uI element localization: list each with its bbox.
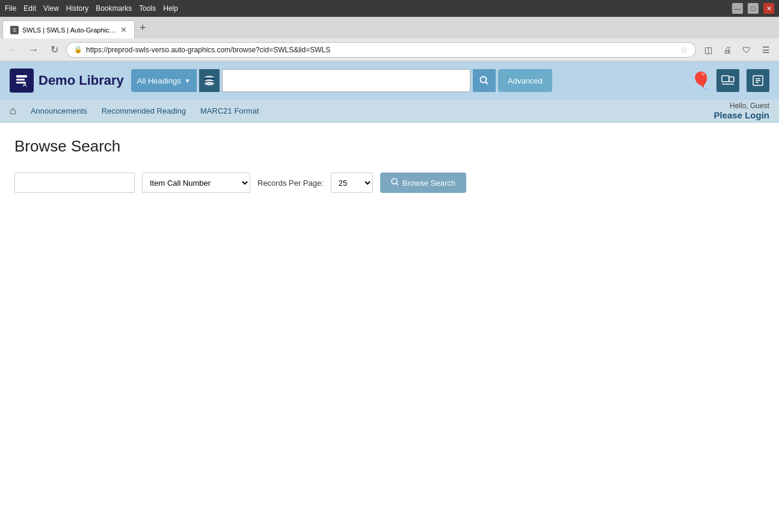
tab-close-icon[interactable]: ✕ bbox=[120, 25, 127, 34]
pocket-icon[interactable]: ◫ bbox=[700, 41, 716, 58]
menu-history[interactable]: History bbox=[66, 4, 88, 13]
page-title: Browse Search bbox=[14, 137, 765, 156]
lock-icon: 🔒 bbox=[74, 46, 82, 54]
records-per-page-label: Records Per Page: bbox=[257, 179, 324, 188]
recommended-reading-link[interactable]: Recommended Reading bbox=[94, 106, 193, 115]
svg-rect-1 bbox=[16, 79, 25, 81]
minimize-button[interactable]: — bbox=[732, 3, 743, 14]
svg-rect-11 bbox=[722, 76, 729, 82]
search-button[interactable] bbox=[473, 69, 496, 92]
menu-edit[interactable]: Edit bbox=[23, 4, 36, 13]
tab-bar: S SWLS | SWLS | Auto-Graphics In... ✕ + bbox=[0, 17, 779, 38]
logo-area: A Demo Library bbox=[10, 69, 124, 93]
browse-search-icon bbox=[391, 178, 399, 188]
header-icons: 🎈 bbox=[691, 69, 769, 92]
window-controls: — □ ✕ bbox=[732, 3, 774, 14]
svg-rect-0 bbox=[16, 75, 27, 78]
address-bar: ← → ↻ 🔒 https://preprod-swls-verso.auto-… bbox=[0, 38, 779, 61]
close-button[interactable]: ✕ bbox=[763, 3, 774, 14]
marc21-link[interactable]: MARC21 Format bbox=[193, 106, 266, 115]
tab-favicon: S bbox=[10, 26, 19, 34]
browser-actions: ◫ 🖨 🛡 ☰ bbox=[700, 41, 774, 58]
print-icon[interactable]: 🖨 bbox=[719, 41, 736, 58]
maximize-button[interactable]: □ bbox=[748, 3, 759, 14]
menu-help[interactable]: Help bbox=[163, 4, 178, 13]
menu-view[interactable]: View bbox=[43, 4, 59, 13]
extension-icon[interactable]: 🛡 bbox=[738, 41, 755, 58]
browse-search-label: Browse Search bbox=[402, 179, 455, 188]
home-icon[interactable]: ⌂ bbox=[10, 105, 16, 117]
please-login-link[interactable]: Please Login bbox=[713, 110, 769, 120]
menu-items: File Edit View History Bookmarks Tools H… bbox=[5, 4, 178, 13]
balloon-icon[interactable]: 🎈 bbox=[691, 71, 712, 91]
forward-button[interactable]: → bbox=[25, 41, 42, 58]
url-text: https://preprod-swls-verso.auto-graphics… bbox=[86, 46, 677, 54]
main-search-input[interactable] bbox=[222, 69, 470, 92]
svg-line-19 bbox=[396, 183, 398, 186]
url-bar[interactable]: 🔒 https://preprod-swls-verso.auto-graphi… bbox=[66, 42, 696, 58]
browser-frame: File Edit View History Bookmarks Tools H… bbox=[0, 0, 779, 532]
browse-search-button[interactable]: Browse Search bbox=[380, 173, 466, 193]
svg-rect-12 bbox=[729, 77, 734, 82]
svg-text:A: A bbox=[23, 82, 27, 88]
dropdown-arrow-icon: ▼ bbox=[185, 78, 191, 84]
announcements-link[interactable]: Announcements bbox=[23, 106, 94, 115]
browse-search-row: Item Call Number Author Title Subject Re… bbox=[14, 173, 765, 193]
new-tab-button[interactable]: + bbox=[136, 22, 150, 34]
menu-bar: File Edit View History Bookmarks Tools H… bbox=[0, 0, 779, 17]
category-select[interactable]: Item Call Number Author Title Subject bbox=[142, 173, 250, 193]
browse-search-input[interactable] bbox=[14, 173, 135, 193]
headings-label: All Headings bbox=[137, 76, 181, 85]
active-tab[interactable]: S SWLS | SWLS | Auto-Graphics In... ✕ bbox=[2, 20, 135, 38]
app-logo: Demo Library bbox=[38, 73, 124, 88]
menu-tools[interactable]: Tools bbox=[139, 4, 156, 13]
tab-title: SWLS | SWLS | Auto-Graphics In... bbox=[22, 26, 117, 34]
database-icon[interactable] bbox=[199, 69, 220, 92]
login-area: Hello, Guest Please Login bbox=[713, 102, 769, 120]
svg-line-10 bbox=[485, 82, 488, 84]
back-button[interactable]: ← bbox=[5, 41, 22, 58]
menu-file[interactable]: File bbox=[5, 4, 16, 13]
svg-point-8 bbox=[205, 82, 214, 85]
menu-bookmarks[interactable]: Bookmarks bbox=[96, 4, 132, 13]
records-per-page-select[interactable]: 25 50 100 bbox=[331, 173, 373, 193]
search-area: All Headings ▼ Advanced bbox=[131, 69, 552, 92]
nav-bar: ⌂ Announcements Recommended Reading MARC… bbox=[0, 100, 779, 123]
headings-dropdown[interactable]: All Headings ▼ bbox=[131, 69, 197, 92]
app-header: A Demo Library All Headings ▼ bbox=[0, 61, 779, 100]
device-icon[interactable] bbox=[716, 69, 739, 92]
main-content: Browse Search Item Call Number Author Ti… bbox=[0, 123, 779, 532]
refresh-button[interactable]: ↻ bbox=[46, 41, 63, 58]
advanced-button[interactable]: Advanced bbox=[498, 69, 552, 92]
checklist-icon[interactable] bbox=[747, 69, 769, 92]
hello-text: Hello, Guest bbox=[713, 102, 769, 110]
bookmark-star-icon[interactable]: ☆ bbox=[680, 45, 688, 55]
menu-icon[interactable]: ☰ bbox=[757, 41, 774, 58]
logo-icon: A bbox=[10, 69, 34, 93]
